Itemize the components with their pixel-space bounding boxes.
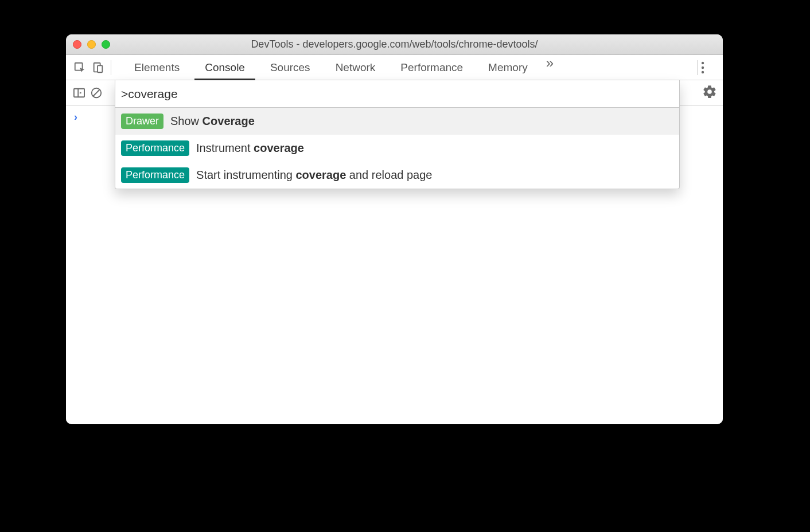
command-menu-item[interactable]: Performance Instrument coverage <box>115 135 679 162</box>
command-menu-input[interactable] <box>121 87 673 101</box>
titlebar: DevTools - developers.google.com/web/too… <box>66 34 723 55</box>
console-sidebar-toggle-icon[interactable] <box>71 84 88 101</box>
tab-console[interactable]: Console <box>192 55 258 80</box>
tab-performance[interactable]: Performance <box>388 55 476 80</box>
command-menu-list: Drawer Show Coverage Performance Instrum… <box>115 108 679 189</box>
tab-label: Elements <box>134 61 180 74</box>
zoom-window-button[interactable] <box>102 40 110 49</box>
svg-rect-6 <box>74 88 84 97</box>
svg-point-4 <box>702 66 704 68</box>
overflow-glyph: » <box>546 55 554 71</box>
tab-elements[interactable]: Elements <box>122 55 192 80</box>
command-badge: Performance <box>121 167 189 183</box>
command-text: Show Coverage <box>170 115 255 128</box>
device-toggle-icon[interactable] <box>90 60 106 76</box>
console-prompt-caret: › <box>74 111 77 123</box>
tab-label: Console <box>205 61 245 74</box>
tab-label: Sources <box>270 61 310 74</box>
tab-memory[interactable]: Memory <box>476 55 540 80</box>
panel-tabs: Elements Console Sources Network Perform… <box>122 55 694 80</box>
console-settings-icon[interactable] <box>702 84 717 99</box>
svg-point-5 <box>702 71 704 73</box>
tab-label: Memory <box>488 61 528 74</box>
tab-label: Performance <box>400 61 463 74</box>
window-controls <box>73 40 110 49</box>
tab-network[interactable]: Network <box>323 55 388 80</box>
devtools-window: DevTools - developers.google.com/web/too… <box>66 34 723 424</box>
settings-menu-button[interactable] <box>701 61 718 74</box>
inspect-element-icon[interactable] <box>72 60 88 76</box>
tab-label: Network <box>336 61 376 74</box>
command-menu-item[interactable]: Drawer Show Coverage <box>115 108 679 135</box>
main-toolbar: Elements Console Sources Network Perform… <box>66 55 723 80</box>
command-menu-input-row <box>115 80 679 108</box>
command-menu: Drawer Show Coverage Performance Instrum… <box>115 80 680 189</box>
command-menu-item[interactable]: Performance Start instrumenting coverage… <box>115 162 679 189</box>
tab-sources[interactable]: Sources <box>258 55 323 80</box>
minimize-window-button[interactable] <box>87 40 96 49</box>
command-badge: Performance <box>121 140 189 156</box>
close-window-button[interactable] <box>73 40 81 49</box>
svg-rect-2 <box>98 65 102 72</box>
window-title: DevTools - developers.google.com/web/too… <box>66 38 723 50</box>
tabs-overflow-button[interactable]: » <box>540 55 559 80</box>
command-text: Instrument coverage <box>196 142 304 155</box>
svg-point-3 <box>702 61 704 64</box>
toolbar-divider <box>111 60 111 75</box>
command-text: Start instrumenting coverage and reload … <box>196 169 432 182</box>
command-badge: Drawer <box>121 114 163 129</box>
toolbar-divider <box>697 60 698 75</box>
clear-console-icon[interactable] <box>88 84 105 101</box>
